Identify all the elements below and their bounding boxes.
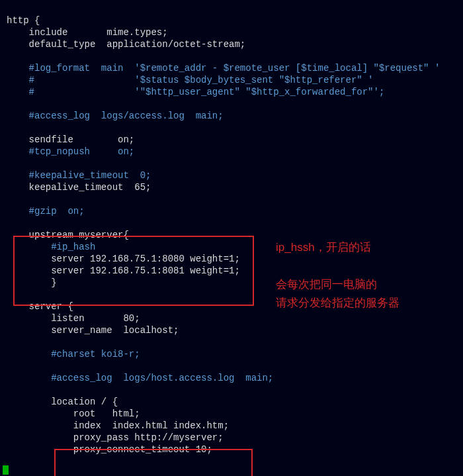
annotation-line: 会每次把同一电脑的 [276, 278, 377, 291]
nginx-config-code: http { include mime.types; default_type … [0, 0, 463, 458]
annotation-line: 请求分发给指定的服务器 [276, 297, 400, 309]
code-line: server 192.168.75.1:8081 weight=1; [7, 265, 240, 276]
code-line-comment: #keepalive_timeout 0; [7, 170, 151, 181]
code-line-comment: # '"$http_user_agent" "$http_x_forwarded… [7, 87, 384, 97]
code-line: root html; [7, 408, 140, 419]
code-line-comment: #log_format main '$remote_addr - $remote… [7, 63, 440, 73]
code-line: include mime.types; [7, 27, 168, 38]
code-line: upstream myserver{ [7, 230, 129, 240]
code-line-comment: #gzip on; [7, 206, 85, 216]
code-line: location / { [7, 397, 118, 407]
code-line-comment: #access_log logs/host.access.log main; [7, 373, 273, 383]
code-line: } [7, 277, 57, 288]
terminal-cursor [3, 465, 9, 475]
code-line: listen 80; [7, 313, 140, 324]
annotation-line: ip_hssh，开启的话 [276, 241, 371, 254]
code-line: server 192.168.75.1:8080 weight=1; [7, 254, 240, 264]
code-line: default_type application/octet-stream; [7, 39, 245, 50]
code-line: sendfile on; [7, 134, 134, 145]
code-line-comment: #charset koi8-r; [7, 349, 140, 359]
code-line-comment: # '$status $body_bytes_sent "$http_refer… [7, 75, 374, 85]
code-line: http { [7, 15, 40, 26]
code-line-comment: #tcp_nopush on; [7, 146, 134, 157]
code-line: index index.html index.htm; [7, 420, 229, 431]
code-line: proxy_connect_timeout 10; [7, 444, 212, 455]
code-line: proxy_pass http://myserver; [7, 432, 224, 443]
code-line: server { [7, 301, 73, 312]
code-line: server_name localhost; [7, 325, 179, 336]
code-line-comment: #ip_hash [7, 242, 95, 252]
code-line: keepalive_timeout 65; [7, 182, 151, 193]
annotation-text: ip_hssh，开启的话 会每次把同一电脑的 请求分发给指定的服务器 [276, 238, 400, 312]
code-line-comment: #access_log logs/access.log main; [7, 111, 224, 121]
